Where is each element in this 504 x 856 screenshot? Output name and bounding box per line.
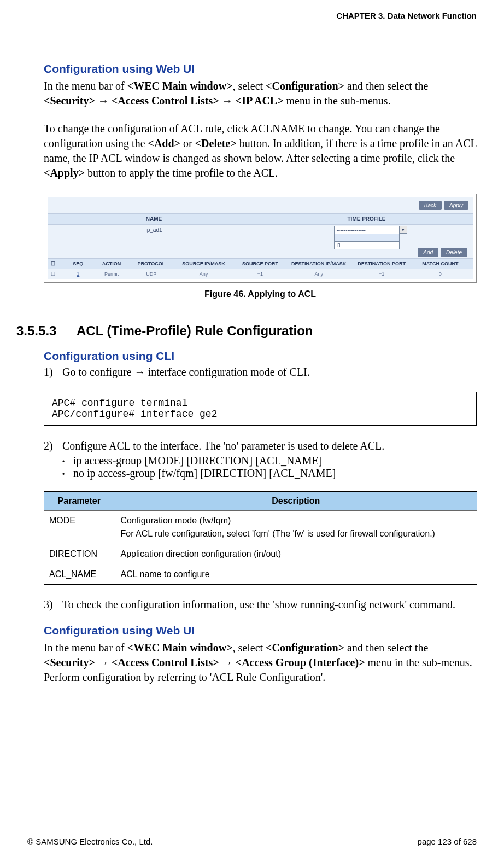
col-source-ip: SOURCE IP/MASK: [172, 261, 235, 266]
table-row: ACL_NAME ACL name to configure: [44, 564, 477, 585]
cell-source-port: =1: [235, 271, 285, 277]
dropdown-option-blank[interactable]: ----------------: [334, 234, 400, 242]
chevron-down-icon[interactable]: ▾: [400, 226, 407, 234]
cell-param: DIRECTION: [44, 544, 115, 564]
step-list: 2) Configure ACL to the interface. The '…: [44, 440, 477, 452]
content-area: Configuration using Web UI In the menu b…: [27, 62, 477, 685]
name-value: ip_ad1: [48, 226, 260, 249]
page-footer: © SAMSUNG Electronics Co., Ltd. page 123…: [27, 832, 477, 846]
arrow-icon: →: [98, 95, 109, 107]
col-seq: SEQ: [63, 261, 93, 266]
step-list: 1) Go to configure → interface configura…: [44, 366, 477, 378]
th-description: Description: [115, 491, 477, 511]
table-row: ☐ 1 Permit UDP Any =1 Any =1 0: [48, 269, 473, 279]
back-button[interactable]: Back: [419, 201, 442, 210]
step-number: 1): [44, 366, 62, 378]
step-number: 3): [44, 598, 62, 611]
cell-protocol: UDP: [131, 271, 173, 277]
figure-46: Back Apply NAME TIME PROFILE ip_ad1 ----…: [44, 194, 477, 283]
arrow-icon: →: [222, 95, 233, 107]
page-header: CHAPTER 3. Data Network Function: [27, 11, 477, 24]
page: CHAPTER 3. Data Network Function Configu…: [0, 0, 504, 856]
cell-dest-ip: Any: [285, 271, 353, 277]
step-text: Go to configure → interface configuratio…: [62, 366, 477, 378]
col-protocol: PROTOCOL: [131, 261, 173, 266]
list-item: 1) Go to configure → interface configura…: [44, 366, 477, 378]
apply-button[interactable]: Apply: [444, 201, 468, 210]
para-webui-2: To change the configuration of ACL rule,…: [44, 121, 477, 180]
col-source-port: SOURCE PORT: [235, 261, 285, 266]
cell-desc: ACL name to configure: [115, 564, 477, 585]
section-number: 3.5.5.3: [16, 323, 77, 339]
cell-desc: Application direction configuration (in/…: [115, 544, 477, 564]
bullet-item: no ip access-group [fw/fqm] [DIRECTION] …: [62, 467, 477, 480]
para-webui-1: In the menu bar of <WEC Main window>, se…: [44, 79, 477, 108]
table-row: MODE Configuration mode (fw/fqm) For ACL…: [44, 511, 477, 544]
figure-inner: Back Apply NAME TIME PROFILE ip_ad1 ----…: [48, 197, 473, 279]
col-action: ACTION: [93, 261, 131, 266]
para-webui-4: Perform configuration by referring to 'A…: [44, 670, 477, 685]
cell-param: MODE: [44, 511, 115, 544]
table-header-row: Parameter Description: [44, 491, 477, 511]
step-text: Configure ACL to the interface. The 'no'…: [62, 440, 477, 452]
th-parameter: Parameter: [44, 491, 115, 511]
list-item: 2) Configure ACL to the interface. The '…: [44, 440, 477, 452]
col-dest-port: DESTINATION PORT: [352, 261, 411, 266]
section-heading: 3.5.5.3ACL (Time-Profile) Rule Configura…: [16, 323, 477, 339]
arrow-icon: →: [98, 656, 109, 668]
para-webui-3: In the menu bar of <WEC Main window>, se…: [44, 640, 477, 670]
copyright: © SAMSUNG Electronics Co., Ltd.: [27, 837, 153, 846]
arrow-icon: →: [222, 656, 233, 668]
timeprofile-dropdown[interactable]: ---------------- ▾ ---------------- t1: [260, 226, 473, 249]
heading-config-webui-2: Configuration using Web UI: [44, 624, 477, 637]
cell-match: 0: [411, 271, 470, 277]
cell-desc: Configuration mode (fw/fqm) For ACL rule…: [115, 511, 477, 544]
table-row: DIRECTION Application direction configur…: [44, 544, 477, 564]
parameter-table: Parameter Description MODE Configuration…: [44, 491, 477, 585]
checkbox-header[interactable]: ☐: [51, 261, 63, 266]
code-block: APC# configure terminal APC/configure# i…: [44, 392, 477, 426]
heading-config-cli: Configuration using CLI: [44, 350, 477, 363]
col-timeprofile: TIME PROFILE: [260, 216, 473, 222]
figure-table-header: ☐ SEQ ACTION PROTOCOL SOURCE IP/MASK SOU…: [48, 258, 473, 269]
dropdown-option-t1[interactable]: t1: [334, 242, 400, 249]
figure-caption: Figure 46. Applying to ACL: [44, 289, 477, 299]
section-title: ACL (Time-Profile) Rule Configuration: [77, 323, 313, 338]
step-number: 2): [44, 440, 62, 452]
cell-source-ip: Any: [172, 271, 235, 277]
cell-dest-port: =1: [352, 271, 411, 277]
step-text: To check the configuration information, …: [62, 598, 477, 611]
cell-action: Permit: [93, 271, 131, 277]
step-list: 3) To check the configuration informatio…: [44, 598, 477, 611]
chapter-title: CHAPTER 3. Data Network Function: [336, 11, 477, 20]
bullet-list: ip access-group [MODE] [DIRECTION] [ACL_…: [62, 455, 477, 480]
dropdown-selected[interactable]: ----------------: [334, 226, 400, 234]
col-dest-ip: DESTINATION IP/MASK: [285, 261, 353, 266]
cell-seq[interactable]: 1: [63, 271, 93, 277]
col-match-count: MATCH COUNT: [411, 261, 470, 266]
heading-config-webui-1: Configuration using Web UI: [44, 62, 477, 75]
add-button[interactable]: Add: [418, 248, 438, 257]
delete-button[interactable]: Delete: [441, 248, 467, 257]
bullet-item: ip access-group [MODE] [DIRECTION] [ACL_…: [62, 455, 477, 467]
figure-header-row: NAME TIME PROFILE: [48, 213, 473, 225]
page-number: page 123 of 628: [418, 837, 477, 846]
col-name: NAME: [48, 216, 260, 222]
cell-param: ACL_NAME: [44, 564, 115, 585]
figure-value-row: ip_ad1 ---------------- ▾ --------------…: [48, 225, 473, 258]
list-item: 3) To check the configuration informatio…: [44, 598, 477, 611]
figure-toolbar: Back Apply: [48, 197, 473, 213]
row-checkbox[interactable]: ☐: [51, 271, 63, 277]
